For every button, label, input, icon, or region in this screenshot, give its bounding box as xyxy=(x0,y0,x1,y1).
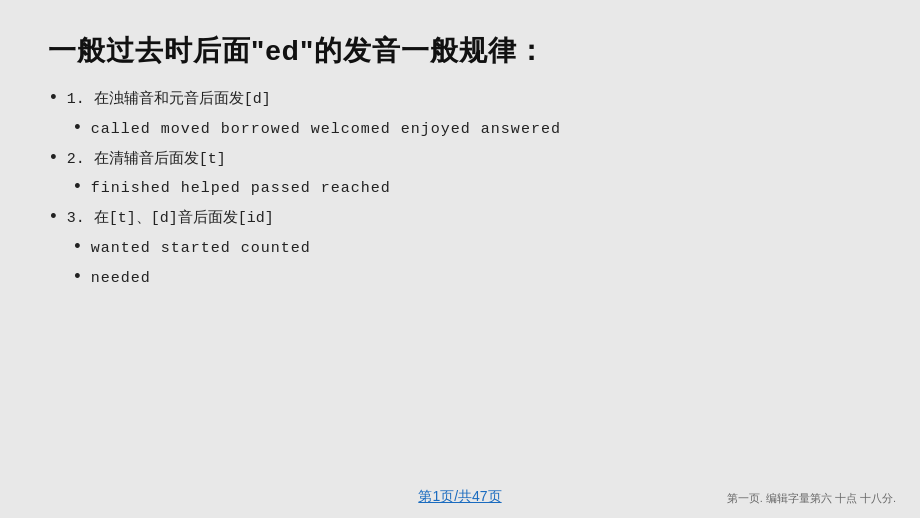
sub-bullet-3-1: • wanted started counted xyxy=(72,235,872,263)
sub-bullet-text-3-2: needed xyxy=(91,265,151,293)
bullet-dot-3: • xyxy=(48,208,59,226)
slide-container: 一般过去时后面"ed"的发音一般规律： • 1. 在浊辅音和元音后面发[d] •… xyxy=(0,0,920,518)
bullet-dot-1: • xyxy=(48,89,59,107)
sub-bullet-text-3-1: wanted started counted xyxy=(91,235,311,263)
bullet-text-3: 3. 在[t]、[d]音后面发[id] xyxy=(67,205,274,233)
sub-bullet-1-1: • called moved borrowed welcomed enjoyed… xyxy=(72,116,872,144)
footer-status: 第一页. 编辑字量第六 十点 十八分. xyxy=(727,491,896,506)
section-1: • 1. 在浊辅音和元音后面发[d] • called moved borrow… xyxy=(48,86,872,144)
bullet-main-1: • 1. 在浊辅音和元音后面发[d] xyxy=(48,86,872,114)
sub-bullet-dot-3-2: • xyxy=(72,268,83,286)
sub-bullet-text-2-1: finished helped passed reached xyxy=(91,175,391,203)
page-number[interactable]: 第1页/共47页 xyxy=(418,488,501,506)
content-area: • 1. 在浊辅音和元音后面发[d] • called moved borrow… xyxy=(48,86,872,292)
sub-bullet-text-1-1: called moved borrowed welcomed enjoyed a… xyxy=(91,116,561,144)
section-2: • 2. 在清辅音后面发[t] • finished helped passed… xyxy=(48,146,872,204)
sub-bullet-dot-1-1: • xyxy=(72,119,83,137)
slide-title: 一般过去时后面"ed"的发音一般规律： xyxy=(48,32,872,70)
section-3: • 3. 在[t]、[d]音后面发[id] • wanted started c… xyxy=(48,205,872,292)
bullet-text-2: 2. 在清辅音后面发[t] xyxy=(67,146,226,174)
bullet-main-2: • 2. 在清辅音后面发[t] xyxy=(48,146,872,174)
sub-bullet-2-1: • finished helped passed reached xyxy=(72,175,872,203)
sub-bullet-dot-3-1: • xyxy=(72,238,83,256)
sub-bullet-3-2: • needed xyxy=(72,265,872,293)
sub-bullet-dot-2-1: • xyxy=(72,178,83,196)
bullet-dot-2: • xyxy=(48,149,59,167)
bullet-main-3: • 3. 在[t]、[d]音后面发[id] xyxy=(48,205,872,233)
bullet-text-1: 1. 在浊辅音和元音后面发[d] xyxy=(67,86,271,114)
